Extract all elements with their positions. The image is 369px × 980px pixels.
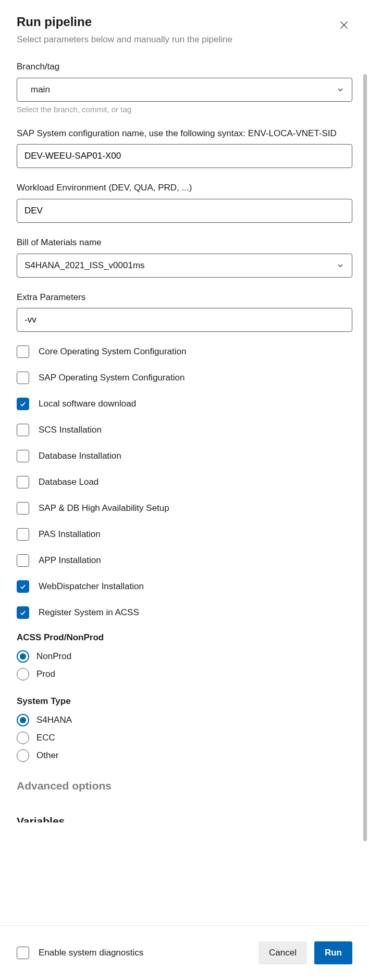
checkbox-label: Core Operating System Configuration bbox=[39, 346, 186, 357]
scrollbar[interactable] bbox=[363, 74, 367, 841]
checkbox-sap-os[interactable]: SAP Operating System Configuration bbox=[17, 372, 352, 384]
sap-config-label: SAP System configuration name, use the f… bbox=[17, 127, 352, 140]
sap-config-input[interactable] bbox=[17, 144, 352, 168]
branch-select[interactable]: main bbox=[17, 78, 352, 102]
radio-systype-s4hana[interactable]: S4HANA bbox=[17, 714, 352, 726]
radio-label: Prod bbox=[36, 669, 55, 679]
page-subtitle: Select parameters below and manually run… bbox=[17, 34, 352, 45]
checkbox-box[interactable] bbox=[17, 554, 29, 567]
radio-label: S4HANA bbox=[36, 715, 72, 725]
cancel-button[interactable]: Cancel bbox=[259, 941, 307, 964]
radio-systype-ecc[interactable]: ECC bbox=[17, 732, 352, 744]
checkbox-label: WebDispatcher Installation bbox=[39, 581, 144, 592]
checkbox-core-os[interactable]: Core Operating System Configuration bbox=[17, 345, 352, 358]
checkbox-box[interactable] bbox=[17, 606, 29, 619]
radio-circle[interactable] bbox=[17, 732, 29, 744]
acss-heading: ACSS Prod/NonProd bbox=[17, 632, 352, 643]
radio-circle[interactable] bbox=[17, 668, 29, 680]
run-button[interactable]: Run bbox=[314, 941, 352, 964]
checkbox-label: SAP & DB High Availability Setup bbox=[39, 503, 169, 513]
radio-label: NonProd bbox=[36, 651, 71, 662]
radio-circle[interactable] bbox=[17, 650, 29, 663]
checkbox-box[interactable] bbox=[17, 502, 29, 515]
checkbox-label: Database Load bbox=[39, 477, 99, 487]
branch-value: main bbox=[31, 85, 50, 95]
checkbox-db-install[interactable]: Database Installation bbox=[17, 450, 352, 462]
checkbox-box[interactable] bbox=[17, 580, 29, 593]
checkbox-box[interactable] bbox=[17, 476, 29, 488]
checkbox-label: APP Installation bbox=[39, 555, 101, 566]
workload-env-label: Workload Environment (DEV, QUA, PRD, ...… bbox=[17, 182, 352, 195]
checkbox-ha[interactable]: SAP & DB High Availability Setup bbox=[17, 502, 352, 515]
checkbox-label: Database Installation bbox=[39, 451, 121, 461]
checkbox-db-load[interactable]: Database Load bbox=[17, 476, 352, 488]
radio-circle[interactable] bbox=[17, 749, 29, 762]
page-title: Run pipeline bbox=[17, 15, 92, 29]
radio-acss-nonprod[interactable]: NonProd bbox=[17, 650, 352, 663]
chevron-down-icon bbox=[336, 86, 345, 94]
radio-circle[interactable] bbox=[17, 714, 29, 726]
chevron-down-icon bbox=[336, 261, 345, 270]
checkbox-label: PAS Installation bbox=[39, 529, 101, 540]
checkbox-label: Local software download bbox=[39, 399, 136, 409]
advanced-options-toggle[interactable]: Advanced options bbox=[17, 780, 352, 792]
checkbox-scs[interactable]: SCS Installation bbox=[17, 424, 352, 436]
system-type-heading: System Type bbox=[17, 696, 352, 707]
checkbox-label: SAP Operating System Configuration bbox=[39, 373, 185, 383]
checkbox-pas[interactable]: PAS Installation bbox=[17, 528, 352, 541]
radio-acss-prod[interactable]: Prod bbox=[17, 668, 352, 680]
variables-heading: Variables bbox=[17, 815, 352, 822]
bom-value: S4HANA_2021_ISS_v0001ms bbox=[24, 260, 145, 271]
close-icon bbox=[339, 20, 349, 33]
checkbox-label: SCS Installation bbox=[39, 425, 102, 435]
radio-systype-other[interactable]: Other bbox=[17, 749, 352, 762]
radio-label: Other bbox=[36, 750, 59, 761]
branch-help: Select the branch, commit, or tag bbox=[17, 105, 352, 114]
branch-label: Branch/tag bbox=[17, 61, 352, 74]
checkbox-label: Register System in ACSS bbox=[39, 607, 139, 618]
checkbox-box[interactable] bbox=[17, 398, 29, 410]
radio-label: ECC bbox=[36, 733, 55, 743]
checkbox-app[interactable]: APP Installation bbox=[17, 554, 352, 567]
checkbox-local-dl[interactable]: Local software download bbox=[17, 398, 352, 410]
checkbox-webdisp[interactable]: WebDispatcher Installation bbox=[17, 580, 352, 593]
checkbox-box[interactable] bbox=[17, 450, 29, 462]
diagnostics-checkbox[interactable] bbox=[17, 947, 29, 959]
bom-label: Bill of Materials name bbox=[17, 236, 352, 249]
diagnostics-label: Enable system diagnostics bbox=[39, 948, 143, 958]
workload-env-input[interactable] bbox=[17, 199, 352, 223]
checkbox-box[interactable] bbox=[17, 372, 29, 384]
checkbox-box[interactable] bbox=[17, 424, 29, 436]
checkbox-register-acss[interactable]: Register System in ACSS bbox=[17, 606, 352, 619]
extra-params-label: Extra Parameters bbox=[17, 291, 352, 304]
close-button[interactable] bbox=[336, 18, 352, 34]
checkbox-box[interactable] bbox=[17, 345, 29, 358]
bom-select[interactable]: S4HANA_2021_ISS_v0001ms bbox=[17, 254, 352, 278]
extra-params-input[interactable] bbox=[17, 308, 352, 332]
checkbox-box[interactable] bbox=[17, 528, 29, 541]
